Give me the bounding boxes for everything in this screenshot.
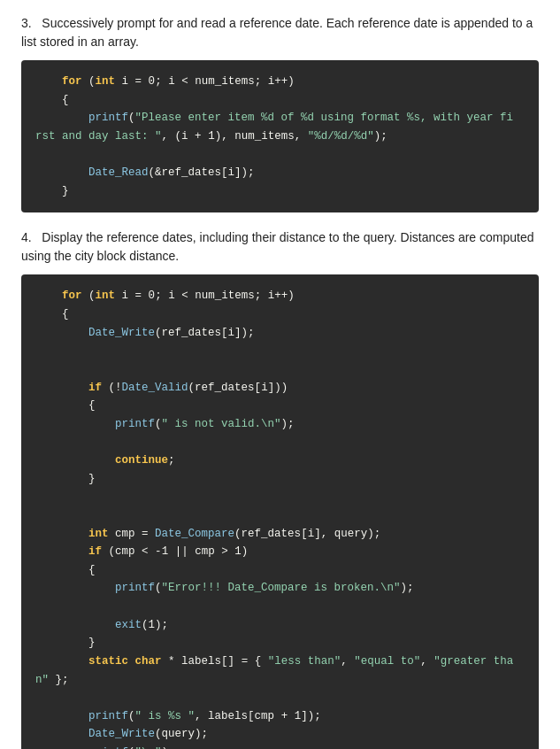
code-block-2: for (int i = 0; i < num_items; i++) { Da… xyxy=(21,274,539,749)
step-3-number: 3. xyxy=(21,16,32,30)
step-4-number: 4. xyxy=(21,230,32,244)
step-3-section: 3. Successively prompt for and read a re… xyxy=(21,14,539,212)
step-4-section: 4. Display the reference dates, includin… xyxy=(21,228,539,749)
step-3-text: 3. Successively prompt for and read a re… xyxy=(21,14,539,51)
step-4-text: 4. Display the reference dates, includin… xyxy=(21,228,539,266)
code-block-1: for (int i = 0; i < num_items; i++) { pr… xyxy=(21,60,539,212)
